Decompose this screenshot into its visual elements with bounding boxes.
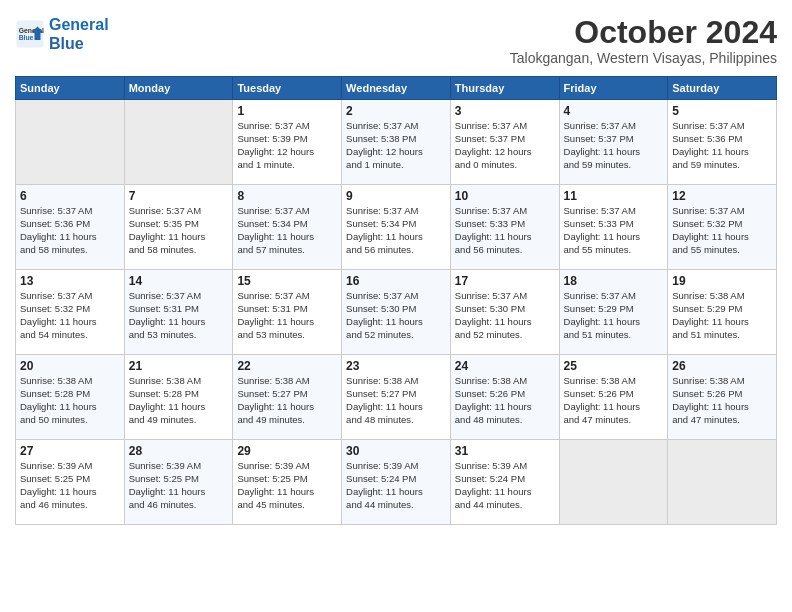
logo-text: General Blue (49, 15, 109, 53)
day-info: Sunrise: 5:37 AM Sunset: 5:38 PM Dayligh… (346, 120, 446, 171)
day-info: Sunrise: 5:39 AM Sunset: 5:25 PM Dayligh… (237, 460, 337, 511)
weekday-header-friday: Friday (559, 77, 668, 100)
calendar-cell: 27Sunrise: 5:39 AM Sunset: 5:25 PM Dayli… (16, 440, 125, 525)
day-number: 9 (346, 189, 446, 203)
calendar-cell (559, 440, 668, 525)
weekday-header-monday: Monday (124, 77, 233, 100)
day-info: Sunrise: 5:37 AM Sunset: 5:31 PM Dayligh… (129, 290, 229, 341)
day-number: 7 (129, 189, 229, 203)
calendar-cell: 23Sunrise: 5:38 AM Sunset: 5:27 PM Dayli… (342, 355, 451, 440)
day-info: Sunrise: 5:37 AM Sunset: 5:33 PM Dayligh… (564, 205, 664, 256)
day-number: 30 (346, 444, 446, 458)
day-number: 28 (129, 444, 229, 458)
week-row-1: 1Sunrise: 5:37 AM Sunset: 5:39 PM Daylig… (16, 100, 777, 185)
page-header: General Blue General Blue October 2024 T… (15, 15, 777, 66)
day-info: Sunrise: 5:38 AM Sunset: 5:26 PM Dayligh… (564, 375, 664, 426)
logo-icon: General Blue (15, 19, 45, 49)
title-block: October 2024 Talokgangan, Western Visaya… (510, 15, 777, 66)
day-info: Sunrise: 5:37 AM Sunset: 5:34 PM Dayligh… (346, 205, 446, 256)
calendar-cell: 3Sunrise: 5:37 AM Sunset: 5:37 PM Daylig… (450, 100, 559, 185)
calendar-cell: 8Sunrise: 5:37 AM Sunset: 5:34 PM Daylig… (233, 185, 342, 270)
day-info: Sunrise: 5:37 AM Sunset: 5:39 PM Dayligh… (237, 120, 337, 171)
calendar-cell: 11Sunrise: 5:37 AM Sunset: 5:33 PM Dayli… (559, 185, 668, 270)
calendar-cell (124, 100, 233, 185)
calendar-cell: 30Sunrise: 5:39 AM Sunset: 5:24 PM Dayli… (342, 440, 451, 525)
day-number: 27 (20, 444, 120, 458)
day-info: Sunrise: 5:37 AM Sunset: 5:30 PM Dayligh… (346, 290, 446, 341)
day-number: 18 (564, 274, 664, 288)
day-number: 20 (20, 359, 120, 373)
location: Talokgangan, Western Visayas, Philippine… (510, 50, 777, 66)
day-info: Sunrise: 5:38 AM Sunset: 5:29 PM Dayligh… (672, 290, 772, 341)
calendar-cell: 29Sunrise: 5:39 AM Sunset: 5:25 PM Dayli… (233, 440, 342, 525)
day-info: Sunrise: 5:37 AM Sunset: 5:37 PM Dayligh… (564, 120, 664, 171)
calendar-cell: 28Sunrise: 5:39 AM Sunset: 5:25 PM Dayli… (124, 440, 233, 525)
day-info: Sunrise: 5:38 AM Sunset: 5:26 PM Dayligh… (672, 375, 772, 426)
calendar-cell: 25Sunrise: 5:38 AM Sunset: 5:26 PM Dayli… (559, 355, 668, 440)
day-info: Sunrise: 5:37 AM Sunset: 5:37 PM Dayligh… (455, 120, 555, 171)
day-number: 2 (346, 104, 446, 118)
calendar-cell: 10Sunrise: 5:37 AM Sunset: 5:33 PM Dayli… (450, 185, 559, 270)
day-number: 15 (237, 274, 337, 288)
day-info: Sunrise: 5:37 AM Sunset: 5:33 PM Dayligh… (455, 205, 555, 256)
day-number: 17 (455, 274, 555, 288)
day-info: Sunrise: 5:39 AM Sunset: 5:25 PM Dayligh… (129, 460, 229, 511)
calendar-cell: 6Sunrise: 5:37 AM Sunset: 5:36 PM Daylig… (16, 185, 125, 270)
logo: General Blue General Blue (15, 15, 109, 53)
calendar-cell: 17Sunrise: 5:37 AM Sunset: 5:30 PM Dayli… (450, 270, 559, 355)
calendar-cell: 4Sunrise: 5:37 AM Sunset: 5:37 PM Daylig… (559, 100, 668, 185)
calendar-cell: 19Sunrise: 5:38 AM Sunset: 5:29 PM Dayli… (668, 270, 777, 355)
day-number: 4 (564, 104, 664, 118)
day-number: 25 (564, 359, 664, 373)
day-number: 23 (346, 359, 446, 373)
day-number: 16 (346, 274, 446, 288)
day-info: Sunrise: 5:37 AM Sunset: 5:30 PM Dayligh… (455, 290, 555, 341)
day-info: Sunrise: 5:37 AM Sunset: 5:32 PM Dayligh… (20, 290, 120, 341)
day-info: Sunrise: 5:38 AM Sunset: 5:28 PM Dayligh… (129, 375, 229, 426)
calendar-table: SundayMondayTuesdayWednesdayThursdayFrid… (15, 76, 777, 525)
logo-line1: General (49, 16, 109, 33)
day-number: 22 (237, 359, 337, 373)
day-info: Sunrise: 5:37 AM Sunset: 5:35 PM Dayligh… (129, 205, 229, 256)
day-number: 11 (564, 189, 664, 203)
day-number: 8 (237, 189, 337, 203)
calendar-cell: 22Sunrise: 5:38 AM Sunset: 5:27 PM Dayli… (233, 355, 342, 440)
calendar-cell: 26Sunrise: 5:38 AM Sunset: 5:26 PM Dayli… (668, 355, 777, 440)
calendar-cell: 2Sunrise: 5:37 AM Sunset: 5:38 PM Daylig… (342, 100, 451, 185)
calendar-cell: 31Sunrise: 5:39 AM Sunset: 5:24 PM Dayli… (450, 440, 559, 525)
calendar-cell: 24Sunrise: 5:38 AM Sunset: 5:26 PM Dayli… (450, 355, 559, 440)
weekday-header-row: SundayMondayTuesdayWednesdayThursdayFrid… (16, 77, 777, 100)
day-info: Sunrise: 5:39 AM Sunset: 5:25 PM Dayligh… (20, 460, 120, 511)
calendar-cell (668, 440, 777, 525)
calendar-cell: 1Sunrise: 5:37 AM Sunset: 5:39 PM Daylig… (233, 100, 342, 185)
month-title: October 2024 (510, 15, 777, 50)
day-number: 6 (20, 189, 120, 203)
day-info: Sunrise: 5:38 AM Sunset: 5:27 PM Dayligh… (346, 375, 446, 426)
week-row-2: 6Sunrise: 5:37 AM Sunset: 5:36 PM Daylig… (16, 185, 777, 270)
calendar-cell: 16Sunrise: 5:37 AM Sunset: 5:30 PM Dayli… (342, 270, 451, 355)
day-number: 31 (455, 444, 555, 458)
day-number: 10 (455, 189, 555, 203)
day-info: Sunrise: 5:38 AM Sunset: 5:26 PM Dayligh… (455, 375, 555, 426)
day-info: Sunrise: 5:37 AM Sunset: 5:31 PM Dayligh… (237, 290, 337, 341)
weekday-header-saturday: Saturday (668, 77, 777, 100)
calendar-cell: 13Sunrise: 5:37 AM Sunset: 5:32 PM Dayli… (16, 270, 125, 355)
calendar-cell (16, 100, 125, 185)
week-row-5: 27Sunrise: 5:39 AM Sunset: 5:25 PM Dayli… (16, 440, 777, 525)
day-info: Sunrise: 5:37 AM Sunset: 5:32 PM Dayligh… (672, 205, 772, 256)
day-number: 13 (20, 274, 120, 288)
day-number: 14 (129, 274, 229, 288)
day-number: 5 (672, 104, 772, 118)
calendar-cell: 20Sunrise: 5:38 AM Sunset: 5:28 PM Dayli… (16, 355, 125, 440)
day-number: 26 (672, 359, 772, 373)
day-number: 21 (129, 359, 229, 373)
calendar-cell: 15Sunrise: 5:37 AM Sunset: 5:31 PM Dayli… (233, 270, 342, 355)
calendar-cell: 21Sunrise: 5:38 AM Sunset: 5:28 PM Dayli… (124, 355, 233, 440)
weekday-header-wednesday: Wednesday (342, 77, 451, 100)
weekday-header-tuesday: Tuesday (233, 77, 342, 100)
day-number: 1 (237, 104, 337, 118)
day-number: 3 (455, 104, 555, 118)
calendar-cell: 18Sunrise: 5:37 AM Sunset: 5:29 PM Dayli… (559, 270, 668, 355)
day-number: 12 (672, 189, 772, 203)
weekday-header-thursday: Thursday (450, 77, 559, 100)
